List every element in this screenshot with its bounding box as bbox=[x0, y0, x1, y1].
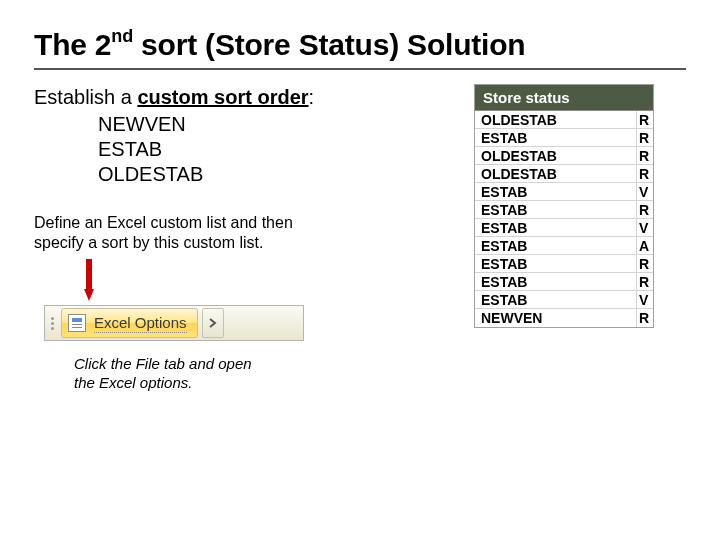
table-row: OLDESTABR bbox=[475, 165, 653, 183]
cell-code: R bbox=[637, 147, 653, 164]
order-item: OLDESTAB bbox=[98, 162, 454, 187]
ribbon-expand-button[interactable] bbox=[202, 308, 224, 338]
title-pre: The 2 bbox=[34, 28, 111, 61]
table-row: ESTABV bbox=[475, 291, 653, 309]
cell-status: ESTAB bbox=[475, 273, 637, 290]
intro-paragraph: Establish a custom sort order: bbox=[34, 84, 454, 110]
title-sup: nd bbox=[111, 26, 133, 46]
svg-marker-1 bbox=[84, 289, 94, 301]
cell-status: ESTAB bbox=[475, 129, 637, 146]
table-row: ESTABV bbox=[475, 183, 653, 201]
cell-code: A bbox=[637, 237, 653, 254]
table-row: ESTABR bbox=[475, 273, 653, 291]
title-underline bbox=[34, 68, 686, 70]
cell-code: V bbox=[637, 183, 653, 200]
caption-text: Click the File tab and open the Excel op… bbox=[74, 355, 274, 393]
ribbon-grip-icon bbox=[47, 317, 57, 330]
cell-code: R bbox=[637, 111, 653, 128]
table-row: ESTABR bbox=[475, 129, 653, 147]
cell-status: OLDESTAB bbox=[475, 147, 637, 164]
define-paragraph: Define an Excel custom list and then spe… bbox=[34, 213, 334, 253]
cell-status: ESTAB bbox=[475, 183, 637, 200]
arrow-down-icon bbox=[84, 259, 94, 301]
cell-status: ESTAB bbox=[475, 291, 637, 308]
table-row: OLDESTABR bbox=[475, 111, 653, 129]
store-status-table: Store status OLDESTABRESTABROLDESTABROLD… bbox=[474, 84, 654, 328]
table-row: NEWVENR bbox=[475, 309, 653, 327]
table-row: ESTABV bbox=[475, 219, 653, 237]
cell-code: R bbox=[637, 255, 653, 272]
cell-status: ESTAB bbox=[475, 237, 637, 254]
order-item: ESTAB bbox=[98, 137, 454, 162]
excel-options-label: Excel Options bbox=[94, 314, 187, 333]
cell-code: V bbox=[637, 219, 653, 236]
table-row: ESTABR bbox=[475, 201, 653, 219]
order-item: NEWVEN bbox=[98, 112, 454, 137]
ribbon-bar: Excel Options bbox=[44, 305, 304, 341]
table-row: OLDESTABR bbox=[475, 147, 653, 165]
excel-options-button[interactable]: Excel Options bbox=[61, 308, 198, 338]
custom-order-list: NEWVEN ESTAB OLDESTAB bbox=[98, 112, 454, 187]
table-header: Store status bbox=[475, 85, 653, 111]
cell-status: NEWVEN bbox=[475, 309, 637, 327]
chevron-right-icon bbox=[208, 318, 218, 328]
cell-status: ESTAB bbox=[475, 201, 637, 218]
cell-code: V bbox=[637, 291, 653, 308]
cell-status: ESTAB bbox=[475, 219, 637, 236]
cell-code: R bbox=[637, 129, 653, 146]
options-icon bbox=[68, 314, 86, 332]
cell-code: R bbox=[637, 273, 653, 290]
cell-code: R bbox=[637, 309, 653, 327]
cell-status: OLDESTAB bbox=[475, 165, 637, 182]
cell-status: ESTAB bbox=[475, 255, 637, 272]
table-row: ESTABA bbox=[475, 237, 653, 255]
cell-code: R bbox=[637, 165, 653, 182]
cell-status: OLDESTAB bbox=[475, 111, 637, 128]
intro-c: : bbox=[309, 86, 315, 108]
cell-code: R bbox=[637, 201, 653, 218]
title-post: sort (Store Status) Solution bbox=[133, 28, 526, 61]
slide-title: The 2nd sort (Store Status) Solution bbox=[34, 28, 686, 62]
intro-a: Establish a bbox=[34, 86, 137, 108]
table-row: ESTABR bbox=[475, 255, 653, 273]
intro-b: custom sort order bbox=[137, 86, 308, 108]
arrow-down bbox=[84, 259, 454, 305]
